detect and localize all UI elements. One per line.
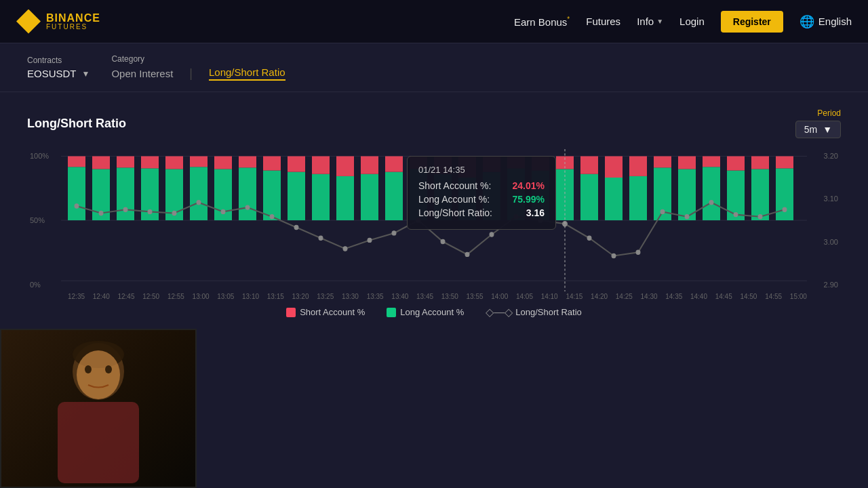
yaxis-right: 3.20 3.10 3.00 2.90 xyxy=(821,149,841,291)
svg-point-99 xyxy=(105,365,112,373)
nav-separator: | xyxy=(189,66,193,81)
svg-rect-61 xyxy=(776,168,793,220)
earn-bonus-link[interactable]: Earn Bonus* xyxy=(514,16,570,28)
yaxis-left: 100% 50% 0% xyxy=(27,149,52,291)
chart-title: Long/Short Ratio xyxy=(27,117,126,131)
svg-rect-60 xyxy=(751,157,769,169)
svg-rect-21 xyxy=(288,172,305,220)
chart-header: Long/Short Ratio Period 5m ▼ xyxy=(27,108,841,138)
svg-rect-20 xyxy=(263,157,281,171)
legend-ratio-label: Long/Short Ratio xyxy=(515,307,582,317)
legend-short-label: Short Account % xyxy=(300,307,365,317)
svg-point-90 xyxy=(734,212,738,216)
svg-rect-23 xyxy=(312,174,330,220)
svg-point-97 xyxy=(77,350,120,399)
info-dropdown[interactable]: Info ▼ xyxy=(637,16,663,27)
svg-point-80 xyxy=(490,232,494,237)
svg-point-69 xyxy=(221,209,225,214)
legend-long: Long Account % xyxy=(387,307,464,317)
language-selector[interactable]: 🌐 English xyxy=(800,14,852,29)
svg-point-68 xyxy=(197,201,201,205)
header: BINANCE FUTURES Earn Bonus* Futures Info… xyxy=(0,0,868,43)
svg-rect-49 xyxy=(629,176,647,220)
svg-rect-14 xyxy=(190,157,208,167)
contracts-dropdown-icon: ▼ xyxy=(82,69,90,79)
contracts-select[interactable]: EOSUSDT ▼ xyxy=(27,68,90,79)
tooltip-date: 01/21 14:35 xyxy=(418,165,545,175)
svg-point-74 xyxy=(343,247,347,251)
svg-rect-19 xyxy=(263,171,281,221)
binance-logo-icon xyxy=(16,9,41,34)
svg-rect-46 xyxy=(580,157,598,174)
svg-point-76 xyxy=(392,231,396,235)
open-interest-tab[interactable]: Open Interest xyxy=(111,68,173,79)
long-short-ratio-tab[interactable]: Long/Short Ratio xyxy=(209,66,285,81)
futures-link[interactable]: Futures xyxy=(586,16,620,27)
svg-rect-58 xyxy=(727,157,745,171)
globe-icon: 🌐 xyxy=(800,14,814,29)
svg-point-75 xyxy=(368,238,372,242)
svg-rect-28 xyxy=(361,157,378,174)
svg-point-85 xyxy=(612,253,616,258)
period-select[interactable]: 5m ▼ xyxy=(795,121,841,138)
svg-rect-54 xyxy=(678,157,696,169)
svg-point-98 xyxy=(85,365,92,373)
tooltip-short-row: Short Account %: 24.01% xyxy=(418,180,545,191)
svg-rect-22 xyxy=(288,157,305,172)
svg-point-92 xyxy=(783,207,787,211)
svg-point-64 xyxy=(99,211,103,215)
svg-point-84 xyxy=(587,236,591,240)
legend-long-label: Long Account % xyxy=(400,307,464,317)
svg-point-66 xyxy=(148,209,152,214)
svg-point-70 xyxy=(245,205,250,209)
category-nav: Open Interest | Long/Short Ratio xyxy=(111,66,285,81)
info-chevron-icon: ▼ xyxy=(656,18,663,25)
sub-header: Contracts EOSUSDT ▼ Category Open Intere… xyxy=(0,43,868,92)
svg-rect-56 xyxy=(703,157,720,167)
svg-rect-30 xyxy=(385,157,403,172)
svg-rect-45 xyxy=(580,174,598,220)
logo-text: BINANCE FUTURES xyxy=(46,13,100,30)
legend-short-color xyxy=(286,308,296,317)
person-silhouette-svg xyxy=(37,334,159,483)
svg-rect-55 xyxy=(703,167,720,220)
tooltip-ratio-row: Long/Short Ratio: 3.16 xyxy=(418,207,545,218)
chart-tooltip: 01/21 14:35 Short Account %: 24.01% Long… xyxy=(407,156,556,230)
main-content: Long/Short Ratio Period 5m ▼ 100% 50% 0% xyxy=(0,92,868,335)
tooltip-long-row: Long Account %: 75.99% xyxy=(418,194,545,205)
webcam-feed xyxy=(1,330,195,487)
svg-rect-29 xyxy=(385,172,403,220)
logo-binance-label: BINANCE xyxy=(46,13,100,24)
svg-rect-4 xyxy=(68,157,85,167)
svg-point-67 xyxy=(172,211,176,215)
period-label: Period xyxy=(817,108,841,118)
logo-area[interactable]: BINANCE FUTURES xyxy=(16,9,100,34)
svg-point-89 xyxy=(709,201,713,205)
svg-rect-50 xyxy=(629,157,647,176)
svg-point-79 xyxy=(465,252,469,256)
tooltip-short-label: Short Account %: xyxy=(418,180,491,191)
webcam-overlay xyxy=(0,329,197,488)
chart-legend: Short Account % Long Account % ◇—◇ Long/… xyxy=(27,306,841,319)
svg-point-65 xyxy=(123,207,127,211)
period-area: Period 5m ▼ xyxy=(795,108,841,138)
svg-rect-8 xyxy=(117,157,134,168)
svg-rect-10 xyxy=(141,157,159,169)
svg-rect-59 xyxy=(751,169,769,220)
svg-rect-6 xyxy=(92,157,110,169)
svg-rect-7 xyxy=(117,167,134,220)
svg-rect-24 xyxy=(312,157,330,174)
register-button[interactable]: Register xyxy=(721,11,783,33)
svg-point-86 xyxy=(636,250,640,254)
login-link[interactable]: Login xyxy=(679,16,705,27)
contracts-label: Contracts xyxy=(27,56,90,65)
svg-rect-26 xyxy=(336,157,354,176)
tooltip-ratio-value: 3.16 xyxy=(526,207,545,218)
period-dropdown-icon: ▼ xyxy=(823,124,832,135)
svg-rect-12 xyxy=(165,157,183,169)
svg-rect-17 xyxy=(239,167,256,220)
nav-right: Earn Bonus* Futures Info ▼ Login Registe… xyxy=(514,11,852,33)
svg-rect-3 xyxy=(68,167,85,220)
svg-rect-47 xyxy=(605,178,623,220)
svg-rect-27 xyxy=(361,174,378,220)
